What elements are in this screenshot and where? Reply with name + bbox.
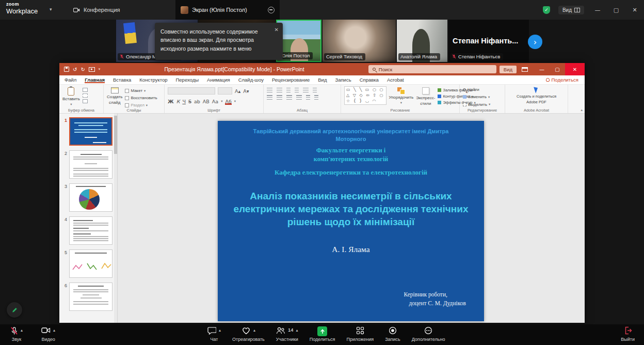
bullets-icon[interactable] <box>267 88 272 92</box>
slide-6-thumbnail[interactable] <box>69 283 112 311</box>
tab-record[interactable]: Запись <box>335 77 351 83</box>
find-button[interactable]: Найти <box>463 87 479 92</box>
ppt-share-button[interactable]: Поделиться <box>546 77 578 83</box>
cut-icon[interactable] <box>83 88 88 92</box>
leave-button[interactable]: Выйти <box>621 326 635 342</box>
slide-1-thumbnail[interactable] <box>69 117 112 146</box>
strikethrough-icon[interactable]: S <box>188 99 191 104</box>
align-center-icon[interactable] <box>277 95 282 100</box>
participants-options-chevron-icon[interactable]: ▴ <box>296 328 298 333</box>
video-options-chevron-icon[interactable]: ▴ <box>53 328 55 333</box>
close-button[interactable]: ✕ <box>630 7 640 13</box>
slide-2-thumbnail[interactable] <box>69 150 112 179</box>
align-left-icon[interactable] <box>267 95 272 100</box>
record-button[interactable]: Запись <box>385 326 400 342</box>
paste-button[interactable]: Вставить ▾ <box>62 86 80 106</box>
minimize-tab-icon[interactable] <box>268 7 275 13</box>
slide-5-thumbnail[interactable] <box>69 249 112 278</box>
audio-options-chevron-icon[interactable]: ▴ <box>21 328 23 333</box>
ppt-minimize-button[interactable]: — <box>534 63 550 75</box>
numbering-icon[interactable] <box>277 88 282 92</box>
italic-icon[interactable]: К <box>176 99 180 104</box>
ribbon-display-icon[interactable] <box>522 67 528 72</box>
chevron-down-icon[interactable]: ▾ <box>50 7 52 12</box>
increase-indent-icon[interactable] <box>295 88 299 92</box>
slide-4-thumbnail[interactable] <box>69 216 112 245</box>
tab-meeting[interactable]: Конференция <box>68 0 125 20</box>
participant-tile-active-speaker[interactable]: Юлія Постол <box>276 20 321 62</box>
shrink-font-icon[interactable]: А▾ <box>243 88 249 94</box>
participant-tile-no-video[interactable]: Степан Ніфанть... Степан Ніфантьєв <box>448 20 529 62</box>
align-right-icon[interactable] <box>286 95 292 100</box>
tab-screen-share[interactable]: Экран (Юлія Постол) <box>175 0 280 20</box>
ppt-close-button[interactable]: ✕ <box>565 63 585 75</box>
participants-button[interactable]: 14 ▴ Участники <box>276 326 298 342</box>
undo-icon[interactable]: ↺ <box>73 67 77 72</box>
slide-3-thumbnail[interactable] <box>69 183 112 212</box>
apps-button[interactable]: Приложения <box>346 326 374 342</box>
thumbnail-row[interactable]: 1 <box>59 117 113 146</box>
select-button[interactable]: Выделить▾ <box>463 102 490 107</box>
share-screen-button[interactable]: Поделиться <box>310 326 335 342</box>
layout-button[interactable]: Макет▾ <box>125 87 157 94</box>
tab-acrobat[interactable]: Acrobat <box>387 77 404 83</box>
react-options-chevron-icon[interactable]: ▴ <box>253 328 255 333</box>
redo-icon[interactable]: ↻ <box>81 67 85 72</box>
format-painter-icon[interactable] <box>83 99 88 103</box>
participant-tile[interactable]: Сергей Тиховод <box>323 20 396 62</box>
shapes-gallery[interactable]: ▭ ╲ ╲ ▭ ○ ○ △ ▽ ◇ ⇦ ⇧ ○ ☆ { } ◡ ◠ <box>344 86 387 105</box>
copy-icon[interactable] <box>83 93 88 98</box>
security-shield-icon[interactable]: ✓ <box>543 6 550 14</box>
thumbnail-scrollbar[interactable] <box>114 114 117 323</box>
text-shadow-icon[interactable]: ab <box>194 99 200 104</box>
font-size-select[interactable] <box>218 87 232 95</box>
font-color-icon[interactable]: Аб <box>225 99 231 104</box>
thumbnail-row[interactable]: 6 <box>59 283 113 311</box>
justify-icon[interactable] <box>296 95 302 100</box>
minimize-button[interactable]: — <box>592 7 603 13</box>
chat-button[interactable]: ▴ Чат <box>207 326 221 342</box>
tab-view[interactable]: Вид <box>318 77 327 83</box>
tab-transitions[interactable]: Переходы <box>175 77 199 83</box>
maximize-button[interactable]: ▢ <box>611 7 621 13</box>
view-button[interactable]: Вид <box>558 6 584 14</box>
reset-button[interactable]: Восстановить <box>125 95 157 101</box>
columns-icon[interactable] <box>306 95 310 100</box>
decrease-indent-icon[interactable] <box>286 88 291 92</box>
change-case-icon[interactable]: Аа <box>212 99 218 104</box>
tab-file[interactable]: Файл <box>65 77 76 83</box>
start-slideshow-icon[interactable] <box>89 67 95 72</box>
underline-icon[interactable]: Ч <box>182 99 186 104</box>
text-direction-icon[interactable] <box>313 88 317 92</box>
tab-animations[interactable]: Анимация <box>207 77 230 83</box>
thumbnail-row[interactable]: 5 <box>59 249 113 278</box>
ppt-search-box[interactable]: Поиск <box>368 65 496 73</box>
annotate-button[interactable] <box>7 302 22 318</box>
tab-review[interactable]: Рецензирование <box>272 77 310 83</box>
thumbnail-row[interactable]: 2 <box>59 150 113 179</box>
tab-help[interactable]: Справка <box>360 77 379 83</box>
grow-font-icon[interactable]: А▴ <box>235 88 240 94</box>
participant-tile[interactable]: Анатолій Ялама <box>397 20 447 62</box>
character-spacing-icon[interactable]: АВ <box>203 99 210 104</box>
tab-insert[interactable]: Вставка <box>113 77 131 83</box>
tab-slideshow[interactable]: Слайд-шоу <box>238 77 264 83</box>
thumbnail-row[interactable]: 4 <box>59 216 113 245</box>
collapse-ribbon-icon[interactable]: ▴ <box>581 108 583 112</box>
ppt-view-button[interactable]: Вид <box>500 66 517 73</box>
bold-icon[interactable]: Ж <box>168 99 174 104</box>
audio-button[interactable]: ▴ Звук <box>10 326 23 342</box>
line-spacing-icon[interactable] <box>303 88 309 92</box>
react-button[interactable]: ▴ Отреагировать <box>232 326 265 342</box>
ppt-restore-button[interactable]: ▢ <box>550 63 565 75</box>
thumbnail-row[interactable]: 3 <box>59 183 113 212</box>
replace-button[interactable]: Заменить▾ <box>463 94 490 100</box>
chat-options-chevron-icon[interactable]: ▴ <box>219 328 221 333</box>
video-button[interactable]: ▴ Видео <box>41 326 55 342</box>
tab-design[interactable]: Конструктор <box>139 77 167 83</box>
arrange-button[interactable]: Упорядочить ▾ <box>389 86 414 105</box>
adobe-pdf-label-1[interactable]: Создать и поделиться <box>517 94 556 99</box>
more-button[interactable]: Дополнительно <box>412 326 445 342</box>
close-icon[interactable]: ✕ <box>275 26 279 34</box>
smartart-icon[interactable] <box>314 95 318 100</box>
